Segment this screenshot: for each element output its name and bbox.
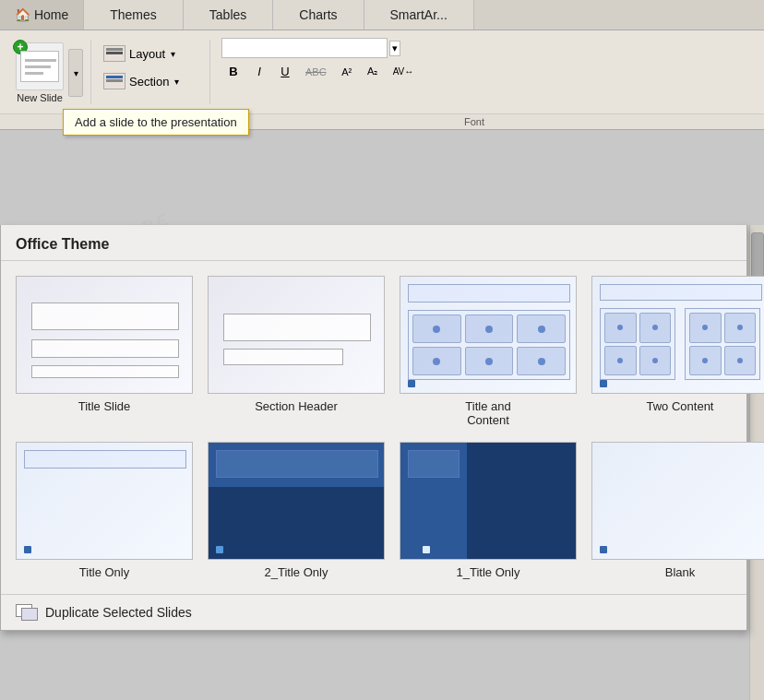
tc-dot: [408, 380, 415, 387]
layout-dropdown-panel: Office Theme Title Slide Section Header: [0, 225, 747, 631]
home-icon: 🏠: [15, 7, 30, 22]
tab-charts-label: Charts: [299, 7, 337, 22]
new-slide-icon: +: [16, 42, 64, 90]
font-name-input[interactable]: [221, 38, 388, 58]
sh-title-box: [223, 314, 371, 341]
tc-cell-1: [412, 314, 461, 343]
duplicate-slides-button[interactable]: Duplicate Selected Slides: [1, 594, 746, 630]
tooltip: Add a slide to the presentation: [63, 109, 249, 136]
layout-label: Layout: [129, 47, 165, 61]
layout-item-blank[interactable]: Blank: [591, 442, 764, 579]
new-slide-group: + New Slide ▾: [7, 34, 87, 108]
tc-content-area: [408, 310, 570, 380]
section-arrow: ▾: [174, 77, 179, 87]
slide-line-2: [25, 65, 51, 68]
tab-home-label: Home: [34, 7, 68, 22]
new-slide-button[interactable]: + New Slide: [11, 38, 68, 108]
layout-item-1-title-only[interactable]: 1_Title Only: [400, 442, 577, 579]
layout-item-title-content[interactable]: Title andContent: [400, 276, 577, 427]
sh-subtitle-box: [223, 349, 343, 365]
font-name-row: ▾: [221, 38, 420, 58]
underline-button[interactable]: U: [273, 62, 297, 81]
italic-button[interactable]: I: [247, 62, 271, 81]
tab-smartart[interactable]: SmartAr...: [364, 0, 474, 30]
new-slide-dropdown-arrow[interactable]: ▾: [68, 49, 83, 97]
layout-thumb-title-content: [400, 276, 577, 394]
font-group: ▾ B I U ABC A² A₂ AV↔: [214, 34, 427, 85]
ribbon-tab-bar: 🏠 Home Themes Tables Charts SmartAr...: [0, 0, 764, 30]
layout-name-title-content: Title andContent: [465, 399, 510, 427]
layout-name-2-title-only: 2_Title Only: [265, 565, 328, 579]
ts-bottom-box: [31, 365, 179, 378]
layout-name-title-slide: Title Slide: [78, 399, 131, 413]
font-section-label: Font: [185, 114, 764, 129]
tooltip-text: Add a slide to the presentation: [75, 115, 237, 129]
tc-cell-2: [465, 314, 514, 343]
t1-dot: [423, 546, 430, 553]
twoc-title-bar: [600, 284, 762, 301]
to-title-bar: [24, 450, 186, 469]
twoc-right-area: [685, 308, 760, 380]
layout-item-title-slide[interactable]: Title Slide: [16, 276, 193, 427]
layout-item-title-only[interactable]: Title Only: [16, 442, 193, 579]
ts-subtitle-box: [31, 339, 179, 358]
tab-home[interactable]: 🏠 Home: [0, 0, 84, 30]
layout-thumb-blank: [591, 442, 764, 560]
tc-cell-4: [412, 347, 461, 375]
ribbon-body: + New Slide ▾: [0, 30, 764, 113]
panel-title: Office Theme: [1, 225, 746, 261]
font-name-dropdown[interactable]: ▾: [389, 41, 400, 56]
t1-title-box: [408, 450, 460, 478]
tab-tables[interactable]: Tables: [184, 0, 273, 30]
ts-title-box: [31, 303, 179, 330]
slide-preview-icon: [20, 51, 59, 82]
t2-dot: [216, 546, 223, 553]
tc-cell-5: [465, 347, 514, 375]
layout-thumb-1-title-only: [400, 442, 577, 560]
layout-name-blank: Blank: [665, 565, 696, 579]
group-divider-1: [90, 40, 91, 104]
slide-line-1: [25, 59, 56, 62]
section-icon: [103, 73, 125, 89]
section-button[interactable]: Section ▾: [95, 69, 206, 93]
layout-name-two-content: Two Content: [647, 399, 714, 413]
tc-cell-6: [517, 347, 566, 375]
layout-thumb-title-slide: [16, 276, 193, 394]
bold-button[interactable]: B: [221, 62, 245, 81]
layout-thumb-two-content: [591, 276, 764, 394]
layout-name-section-header: Section Header: [255, 399, 338, 413]
bl-dot: [600, 546, 607, 553]
layout-name-1-title-only: 1_Title Only: [457, 565, 520, 579]
slide-line-3: [25, 72, 43, 75]
font-controls-row: B I U ABC A² A₂ AV↔: [221, 62, 420, 81]
layout-item-section-header[interactable]: Section Header: [208, 276, 385, 427]
layout-name-title-only: Title Only: [79, 565, 129, 579]
layouts-grid: Title Slide Section Header: [1, 261, 746, 594]
char-spacing-button[interactable]: AV↔: [387, 64, 421, 79]
layout-arrow: ▾: [171, 49, 175, 59]
twoc-left-area: [600, 308, 675, 380]
layout-icon: [103, 45, 125, 62]
layout-section-group: Layout ▾ Section ▾: [95, 38, 206, 97]
tab-tables-label: Tables: [209, 7, 246, 22]
tab-smartart-label: SmartAr...: [390, 7, 448, 22]
strikethrough-button[interactable]: ABC: [299, 64, 333, 80]
section-label: Section: [129, 75, 169, 89]
tab-charts[interactable]: Charts: [273, 0, 364, 30]
layout-thumb-2-title-only: [208, 442, 385, 560]
tc-cell-3: [517, 314, 566, 343]
tab-themes[interactable]: Themes: [84, 0, 184, 30]
group-divider-2: [209, 40, 210, 104]
ribbon: 🏠 Home Themes Tables Charts SmartAr... +: [0, 0, 764, 130]
superscript-button[interactable]: A²: [335, 64, 359, 80]
duplicate-slides-label: Duplicate Selected Slides: [45, 605, 192, 620]
t2-title-box: [216, 450, 378, 478]
tc-title-bar: [408, 284, 570, 303]
layout-button[interactable]: Layout ▾: [95, 42, 206, 65]
subscript-button[interactable]: A₂: [361, 63, 385, 80]
layout-thumb-title-only: [16, 442, 193, 560]
to-dot: [24, 546, 31, 553]
layout-item-2-title-only[interactable]: 2_Title Only: [208, 442, 385, 579]
twoc-dot: [600, 380, 607, 387]
layout-item-two-content[interactable]: Two Content: [591, 276, 764, 427]
